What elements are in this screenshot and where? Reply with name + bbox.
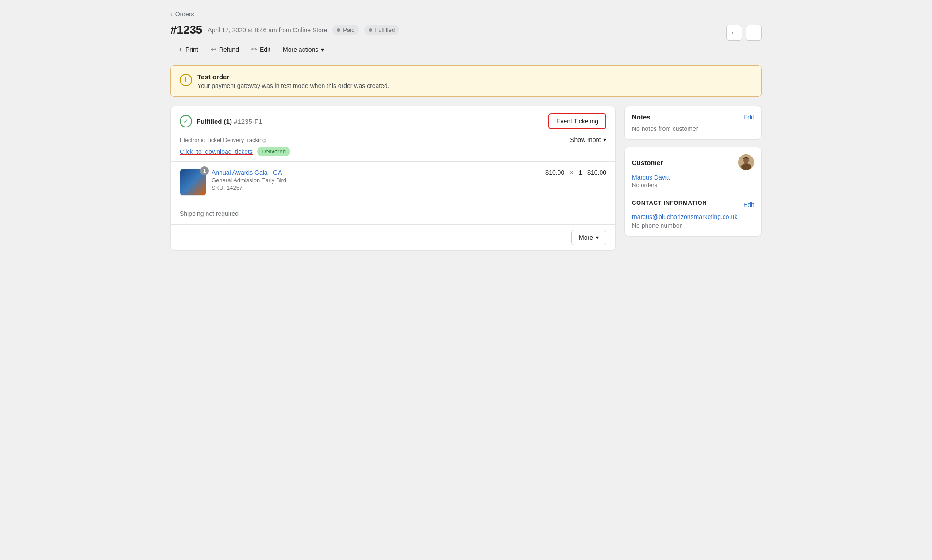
product-quantity-badge: 1: [200, 166, 209, 175]
warning-icon: !: [180, 74, 192, 86]
more-chevron-icon: ▾: [596, 234, 599, 241]
paid-dot: [337, 28, 340, 32]
product-thumbnail-wrapper: 1: [180, 169, 206, 196]
tracking-row: Electronic Ticket Delivery tracking Show…: [171, 136, 615, 161]
contact-section: CONTACT INFORMATION Edit marcus@bluehori…: [632, 199, 754, 229]
product-unit-price: $10.00: [545, 169, 564, 176]
contact-email[interactable]: marcus@bluehorizonsmarketing.co.uk: [632, 213, 737, 220]
product-row: 1 Annual Awards Gala - GA General Admiss…: [171, 162, 615, 203]
warning-title: Test order: [197, 73, 389, 81]
download-tickets-link[interactable]: Click_to_download_tickets: [180, 148, 253, 155]
event-ticketing-button[interactable]: Event Ticketing: [548, 113, 606, 129]
print-icon: 🖨: [176, 46, 183, 54]
show-more-chevron-icon: ▾: [603, 136, 606, 143]
fulfillment-header: ✓ Fulfilled (1) #1235-F1 Event Ticketing: [171, 106, 615, 136]
fulfilled-dot: [369, 28, 372, 32]
tracking-label: Electronic Ticket Delivery tracking: [180, 137, 266, 143]
customer-header: Customer: [632, 154, 754, 170]
refund-button[interactable]: ↩ Refund: [205, 42, 244, 57]
back-chevron-icon: ‹: [170, 11, 173, 18]
warning-content: Test order Your payment gateway was in t…: [197, 73, 389, 89]
show-more-button[interactable]: Show more ▾: [570, 136, 606, 143]
main-content: ✓ Fulfilled (1) #1235-F1 Event Ticketing…: [170, 106, 616, 258]
customer-name: Marcus Davitt No orders: [632, 174, 754, 188]
customer-orders: No orders: [632, 182, 754, 188]
fulfilled-check-icon: ✓: [180, 115, 192, 127]
delivered-badge: Delivered: [257, 147, 290, 156]
fulfilled-badge: Fulfilled: [364, 25, 399, 35]
price-times-symbol: ×: [570, 169, 573, 176]
more-button[interactable]: More ▾: [571, 230, 606, 245]
product-info: Annual Awards Gala - GA General Admissio…: [212, 169, 540, 191]
contact-title: CONTACT INFORMATION: [632, 199, 707, 206]
tracking-links: Click_to_download_tickets Delivered: [180, 147, 606, 156]
toolbar: 🖨 Print ↩ Refund ✏ Edit More actions ▾: [170, 42, 399, 57]
warning-description: Your payment gateway was in test mode wh…: [197, 82, 389, 89]
avatar-image: [738, 154, 754, 170]
fulfillment-card: ✓ Fulfilled (1) #1235-F1 Event Ticketing…: [170, 106, 616, 251]
back-label: Orders: [175, 11, 194, 18]
more-button-row: More ▾: [171, 224, 615, 250]
edit-button[interactable]: ✏ Edit: [246, 42, 276, 57]
order-meta: April 17, 2020 at 8:46 am from Online St…: [208, 27, 327, 34]
order-number: #1235: [170, 23, 202, 37]
notes-card-header: Notes Edit: [632, 113, 754, 121]
more-actions-chevron-icon: ▾: [321, 46, 324, 53]
contact-edit-link[interactable]: Edit: [743, 201, 754, 208]
paid-badge: Paid: [332, 25, 359, 35]
customer-title: Customer: [632, 159, 663, 166]
product-total-price: $10.00: [587, 169, 606, 176]
product-variant: General Admission Early Bird: [212, 177, 540, 184]
shipping-row: Shipping not required: [171, 203, 615, 224]
notes-edit-link[interactable]: Edit: [743, 114, 754, 121]
svg-point-2: [741, 163, 751, 170]
prev-order-button[interactable]: ←: [726, 25, 742, 41]
sidebar: Notes Edit No notes from customer Custom…: [624, 106, 762, 244]
more-actions-button[interactable]: More actions ▾: [277, 43, 329, 56]
notes-body: No notes from customer: [632, 125, 754, 132]
product-quantity: 1: [578, 169, 582, 176]
contact-phone: No phone number: [632, 222, 754, 229]
back-nav[interactable]: ‹ Orders: [170, 11, 762, 18]
order-nav: ← →: [726, 25, 762, 41]
fulfillment-id: #1235-F1: [234, 118, 262, 125]
test-order-banner: ! Test order Your payment gateway was in…: [170, 65, 762, 97]
product-price-section: $10.00 × 1 $10.00: [545, 169, 606, 176]
refund-icon: ↩: [211, 45, 216, 54]
fulfilled-title: Fulfilled (1) #1235-F1: [196, 118, 262, 125]
print-button[interactable]: 🖨 Print: [170, 42, 204, 57]
customer-avatar: [738, 154, 754, 170]
next-order-button[interactable]: →: [746, 25, 762, 41]
product-sku: SKU: 14257: [212, 184, 540, 191]
customer-card: Customer Marcus Davitt No: [624, 147, 762, 237]
notes-card: Notes Edit No notes from customer: [624, 106, 762, 140]
edit-icon: ✏: [251, 45, 257, 54]
notes-title: Notes: [632, 113, 651, 121]
product-name[interactable]: Annual Awards Gala - GA: [212, 169, 540, 176]
fulfillment-header-left: ✓ Fulfilled (1) #1235-F1: [180, 115, 262, 127]
